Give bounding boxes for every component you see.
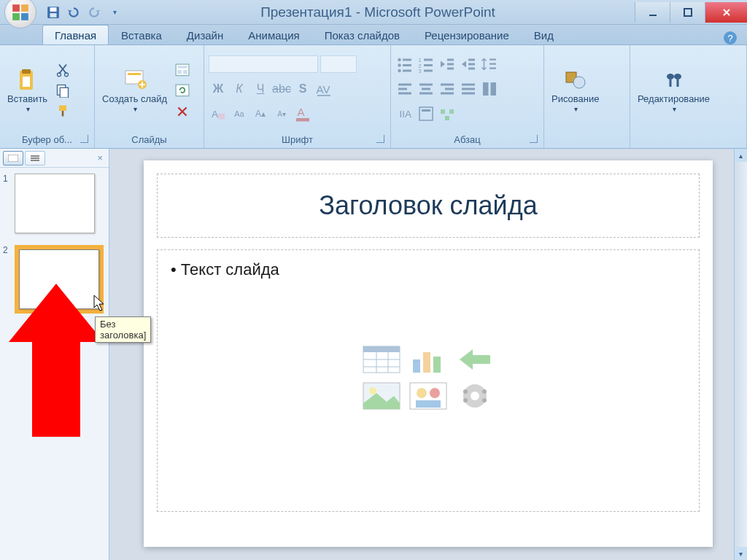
qat-dropdown-icon[interactable]: ▾	[108, 6, 121, 19]
group-drawing: Рисование	[544, 45, 630, 148]
character-spacing-icon[interactable]: AV	[314, 80, 333, 98]
svg-rect-63	[462, 93, 475, 95]
insert-clipart-icon[interactable]	[409, 381, 448, 411]
underline-icon[interactable]: Ч	[251, 80, 270, 98]
svg-rect-58	[441, 84, 454, 86]
align-right-icon[interactable]	[438, 80, 457, 98]
slide-thumb-1[interactable]: 1	[3, 174, 106, 233]
insert-media-icon[interactable]	[455, 381, 495, 411]
drawing-button[interactable]: Рисование	[549, 66, 602, 114]
columns-icon[interactable]	[480, 80, 499, 98]
paste-button[interactable]: Вставить	[4, 66, 50, 114]
slide-canvas[interactable]: Заголовок слайда Текст слайда	[144, 160, 713, 547]
change-case-icon[interactable]: Aa	[230, 105, 249, 122]
undo-icon[interactable]	[67, 6, 80, 19]
svg-rect-34	[403, 64, 411, 66]
insert-smartart-icon[interactable]	[455, 345, 495, 374]
numbering-icon[interactable]: 123	[417, 55, 436, 73]
svg-rect-0	[12, 4, 20, 12]
scroll-up-icon[interactable]: ▴	[735, 149, 747, 162]
increase-indent-icon[interactable]	[459, 55, 478, 73]
font-size-combo[interactable]	[320, 55, 357, 73]
new-slide-button[interactable]: Создать слайд	[99, 66, 170, 114]
grow-font-icon[interactable]: A▴	[251, 105, 270, 122]
slide-layout-icon[interactable]	[174, 62, 190, 78]
slide-editor[interactable]: Заголовок слайда Текст слайда ▴ ▾	[109, 149, 747, 560]
svg-rect-64	[483, 82, 489, 96]
office-button[interactable]	[4, 0, 36, 28]
body-placeholder[interactable]: Текст слайда	[157, 249, 700, 512]
svg-rect-36	[403, 70, 411, 72]
justify-icon[interactable]	[459, 80, 478, 98]
svg-text:A: A	[212, 109, 218, 120]
group-clipboard: Вставить Буфер об...	[0, 45, 95, 148]
insert-table-icon[interactable]	[362, 345, 401, 374]
insert-picture-icon[interactable]	[362, 381, 401, 411]
pane-tab-slides[interactable]	[3, 151, 23, 166]
body-text: Текст слайда	[171, 260, 686, 279]
redo-icon[interactable]	[88, 6, 101, 19]
tab-animation[interactable]: Анимация	[236, 25, 311, 44]
title-placeholder[interactable]: Заголовок слайда	[157, 174, 700, 238]
clear-format-icon[interactable]: A	[209, 105, 228, 122]
svg-point-74	[667, 74, 674, 79]
tab-view[interactable]: Вид	[522, 25, 566, 44]
svg-rect-54	[398, 93, 411, 95]
svg-rect-77	[31, 155, 39, 157]
scroll-down-icon[interactable]: ▾	[735, 547, 747, 560]
font-family-combo[interactable]	[209, 55, 318, 73]
italic-icon[interactable]: К	[230, 80, 249, 98]
pane-tab-outline[interactable]	[25, 151, 45, 166]
smartart-icon[interactable]	[438, 105, 457, 122]
svg-rect-1	[21, 4, 28, 12]
tab-design[interactable]: Дизайн	[174, 25, 236, 44]
format-painter-icon[interactable]	[55, 103, 71, 119]
tab-review[interactable]: Рецензирование	[412, 25, 522, 44]
delete-slide-icon[interactable]	[174, 103, 190, 119]
text-direction-icon[interactable]: IIA	[395, 105, 414, 122]
align-text-icon[interactable]	[417, 105, 436, 122]
content-placeholder-icons	[171, 345, 686, 411]
close-button[interactable]	[705, 2, 747, 23]
align-left-icon[interactable]	[395, 80, 414, 98]
svg-rect-19	[128, 73, 141, 75]
strikethrough-icon[interactable]: abc	[272, 80, 291, 98]
tab-insert[interactable]: Вставка	[109, 25, 174, 44]
svg-rect-40	[424, 64, 433, 66]
svg-rect-23	[178, 70, 182, 74]
shadow-icon[interactable]: S	[293, 80, 312, 98]
minimize-button[interactable]	[635, 2, 670, 23]
svg-rect-86	[413, 359, 420, 373]
insert-chart-icon[interactable]	[409, 345, 448, 374]
bullets-icon[interactable]	[395, 55, 414, 73]
decrease-indent-icon[interactable]	[438, 55, 457, 73]
cut-icon[interactable]	[55, 62, 71, 78]
workspace: × 1 2 Без заголовка] Заголовок слайда	[0, 149, 747, 560]
tab-home[interactable]: Главная	[42, 25, 109, 44]
font-color-icon[interactable]: A	[293, 105, 312, 122]
help-icon[interactable]: ?	[724, 31, 737, 44]
save-icon[interactable]	[47, 6, 60, 19]
slide-thumbnail-pane: × 1 2 Без заголовка]	[0, 149, 109, 560]
annotation-arrow-icon	[9, 284, 104, 437]
line-spacing-icon[interactable]	[480, 55, 499, 73]
svg-rect-70	[449, 109, 454, 114]
window-title: Презентация1 - Microsoft PowerPoint	[121, 4, 635, 20]
copy-icon[interactable]	[55, 82, 71, 98]
tab-slideshow[interactable]: Показ слайдов	[312, 25, 412, 44]
reset-slide-icon[interactable]	[174, 82, 190, 98]
bold-icon[interactable]: Ж	[209, 80, 228, 98]
align-center-icon[interactable]	[417, 80, 436, 98]
thumb-number: 1	[3, 174, 12, 233]
maximize-button[interactable]	[670, 2, 705, 23]
editing-button[interactable]: Редактирование	[635, 66, 713, 114]
vertical-scrollbar[interactable]: ▴ ▾	[734, 149, 747, 560]
group-font: Ж К Ч abc S AV A Aa A▴ A▾ A Шрифт	[204, 45, 391, 148]
svg-rect-76	[8, 155, 18, 162]
pane-close-icon[interactable]: ×	[94, 152, 106, 163]
titlebar: ▾ Презентация1 - Microsoft PowerPoint	[0, 0, 747, 25]
shrink-font-icon[interactable]: A▾	[272, 105, 291, 122]
svg-rect-88	[433, 357, 441, 373]
window-controls	[635, 2, 747, 23]
drawing-label: Рисование	[551, 94, 599, 113]
